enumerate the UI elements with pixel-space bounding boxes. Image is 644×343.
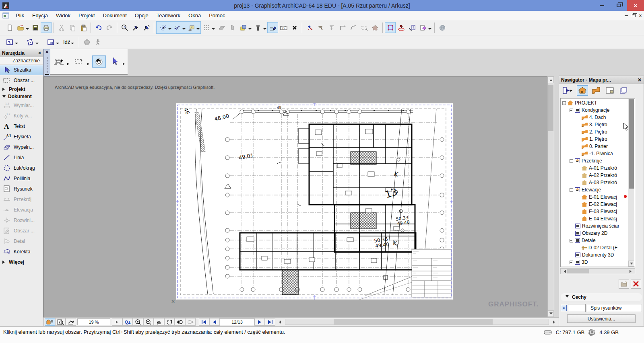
tree-item-przekroje[interactable]: Przekroje xyxy=(561,157,635,164)
zoom-in-button[interactable] xyxy=(133,318,143,326)
tool-arc-circle[interactable]: Łuk/okrąg xyxy=(0,163,43,173)
tool-interior-elevation[interactable]: Rozwini... xyxy=(0,215,43,226)
trim-button[interactable] xyxy=(326,22,337,33)
tool-arrow[interactable]: Strzałka xyxy=(0,65,43,75)
tool-section[interactable]: Przekrój xyxy=(0,194,43,205)
go-dropdown-icon[interactable] xyxy=(71,43,74,46)
section-window-dropdown-icon[interactable] xyxy=(35,43,39,46)
drawing-name-field[interactable]: Spis rysunków xyxy=(587,304,642,312)
tree-expand-toggle[interactable] xyxy=(570,239,573,242)
renovation-filter-button[interactable] xyxy=(267,22,278,33)
tree-item-projekt[interactable]: PROJEKT xyxy=(561,99,635,107)
copy-button[interactable] xyxy=(67,22,78,33)
drawing-id-field[interactable] xyxy=(568,304,586,312)
last-layout-button[interactable] xyxy=(265,318,275,326)
tree-expand-toggle[interactable] xyxy=(570,261,573,264)
tree-item-3d[interactable]: 3D xyxy=(561,259,635,266)
next-layout-button[interactable] xyxy=(254,318,265,326)
tree-hscroll-left-icon[interactable] xyxy=(562,270,566,273)
delete-button[interactable] xyxy=(631,279,641,289)
marquee-single-button[interactable] xyxy=(72,55,86,68)
element-info-button[interactable] xyxy=(407,22,417,33)
cut-button[interactable] xyxy=(56,22,67,33)
drawing-canvas[interactable]: ArchiCAD wersja edukacyjna, nie do odspr… xyxy=(43,76,547,317)
zoom-menu-button[interactable] xyxy=(112,318,122,326)
structure-dropdown-icon[interactable] xyxy=(263,28,266,31)
structure-display-button[interactable] xyxy=(252,22,263,33)
tree-item-obszary2d[interactable]: Obszary 2D xyxy=(561,230,635,237)
undo-button[interactable] xyxy=(93,22,104,33)
go-label[interactable]: Idź xyxy=(63,39,70,45)
tool-label-tool[interactable]: A1 Etykieta xyxy=(0,131,43,142)
menu-widok[interactable]: Widok xyxy=(52,11,74,20)
grid-snap-dropdown-icon[interactable] xyxy=(212,28,215,31)
canvas-vertical-scrollbar[interactable] xyxy=(547,76,554,317)
tree-item-dokumenty3d[interactable]: Dokumenty 3D xyxy=(561,251,635,259)
tree-expand-toggle[interactable] xyxy=(562,101,566,105)
layers-button[interactable] xyxy=(237,22,248,33)
hscroll-right-button[interactable] xyxy=(550,320,559,324)
layout-window-dropdown-icon[interactable] xyxy=(56,43,59,46)
publisher-button[interactable] xyxy=(618,85,629,96)
canvas-vscroll-thumb[interactable] xyxy=(548,85,553,131)
canvas-horizontal-scrollbar[interactable] xyxy=(285,319,549,325)
virtual-trace-button[interactable] xyxy=(81,37,92,47)
save-button[interactable] xyxy=(30,22,41,33)
zoom-out-button[interactable] xyxy=(143,318,154,326)
next-zoom-button[interactable] xyxy=(185,318,196,326)
home-story-button[interactable] xyxy=(369,22,380,33)
layout-page-field[interactable]: 12/13 xyxy=(220,318,254,325)
pickup-parameters-button[interactable] xyxy=(130,22,141,33)
resize-button[interactable] xyxy=(359,22,369,33)
marquee-single-dropdown-icon[interactable] xyxy=(87,63,91,65)
marquee-all-floors-button[interactable] xyxy=(52,55,66,68)
3d-document-dropdown-icon[interactable] xyxy=(428,28,431,31)
tree-scroll-down-button[interactable] xyxy=(628,261,634,267)
mdi-minimize-icon[interactable] xyxy=(625,15,628,16)
tree-hscroll-thumb[interactable] xyxy=(567,269,589,273)
layout-book-button[interactable] xyxy=(604,85,615,96)
teamwork-globe-button[interactable] xyxy=(437,22,448,33)
previous-zoom-button[interactable] xyxy=(175,318,185,326)
snap-guides-dropdown-icon[interactable] xyxy=(182,28,186,31)
tracker-dropdown-icon[interactable] xyxy=(196,28,200,31)
tool-detail[interactable]: Detal xyxy=(0,236,43,246)
print-button[interactable] xyxy=(41,22,52,33)
rebuild-button[interactable] xyxy=(66,318,76,326)
snap-guides-button[interactable] xyxy=(171,22,182,33)
intersect-button[interactable] xyxy=(337,22,348,33)
toolbox-close-icon[interactable]: × xyxy=(38,50,41,56)
menu-teamwork[interactable]: Teamwork xyxy=(153,11,184,20)
pan-button[interactable] xyxy=(154,318,164,326)
tool-marquee[interactable]: Obszar ... xyxy=(0,75,43,86)
tree-vscroll-thumb[interactable] xyxy=(629,99,634,189)
tree-item-kondygnacje[interactable]: Kondygnacje xyxy=(561,107,635,114)
menu-edycja[interactable]: Edycja xyxy=(28,11,52,20)
quick-options-button[interactable] xyxy=(45,318,55,326)
tree-item-a03[interactable]: A-03 Przekró xyxy=(561,179,635,186)
tree-expand-toggle[interactable] xyxy=(570,159,573,163)
tool-level-dimension[interactable]: 1.2 Koty w... xyxy=(0,111,43,121)
first-layout-button[interactable] xyxy=(199,318,209,326)
project-chooser-button[interactable] xyxy=(561,85,574,96)
menu-projekt[interactable]: Projekt xyxy=(74,11,99,20)
tree-horizontal-scrollbar[interactable] xyxy=(560,268,635,274)
hscroll-left-button[interactable] xyxy=(275,320,284,324)
project-map-button[interactable] xyxy=(577,85,588,96)
section-window-button[interactable] xyxy=(25,37,35,47)
infobox-close-icon[interactable]: ✕ xyxy=(45,49,49,55)
marquee-all-dropdown-icon[interactable] xyxy=(67,63,70,65)
split-button[interactable] xyxy=(304,22,315,33)
3d-document-button[interactable] xyxy=(417,22,428,33)
canvas-hscroll-thumb[interactable] xyxy=(334,319,493,325)
tool-fill[interactable]: Wypełn... xyxy=(0,142,43,152)
floor-plan-sheet[interactable]: 48 46 48.00 49.01 K 13 50.33 49.40 50.38… xyxy=(176,103,453,300)
scale-button[interactable]: 12 xyxy=(278,22,289,33)
preview-button[interactable] xyxy=(55,318,66,326)
navigator-close-icon[interactable]: ✕ xyxy=(638,77,642,83)
tree-item-a02[interactable]: A-02 Przekró xyxy=(561,172,635,179)
marquee-display-button[interactable] xyxy=(385,22,396,33)
tree-expand-toggle[interactable] xyxy=(570,188,573,192)
tree-item-elewacje[interactable]: Elewacje xyxy=(561,186,635,193)
menu-opcje[interactable]: Opcje xyxy=(131,11,153,20)
